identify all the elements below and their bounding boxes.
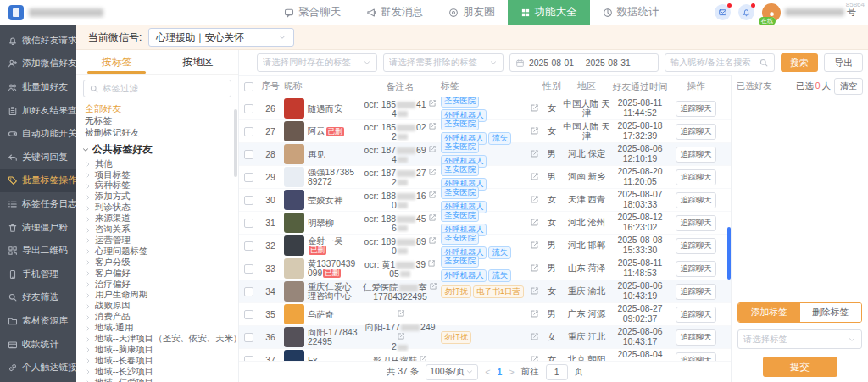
include-tags-select[interactable]: 请选择同时存在的标签 — [257, 53, 377, 72]
tree-child-14[interactable]: 消费产品 — [85, 312, 238, 323]
tag-chip[interactable]: 圣安医院 — [441, 232, 479, 245]
track-chat-button[interactable]: 追踪聊天 — [676, 238, 715, 254]
exclude-tags-select[interactable]: 请选择需要排除的标签 — [383, 53, 504, 72]
tag-chip[interactable]: 电子书1日营 — [473, 285, 524, 298]
sidebar-item-4[interactable]: 自动功能开关 — [0, 122, 76, 146]
add-tag-tab[interactable]: 添加标签 — [738, 303, 800, 322]
tag-chip[interactable]: 圣安医院 — [441, 141, 479, 153]
tree-child-13[interactable]: 战败原因 — [85, 301, 238, 312]
row-checkbox[interactable] — [244, 173, 253, 182]
tag-chip[interactable]: 勿打扰 — [441, 285, 471, 298]
row-checkbox[interactable] — [244, 310, 253, 319]
export-button[interactable]: 导出 — [824, 53, 863, 72]
nav-item-2[interactable]: 朋友圈 — [436, 0, 508, 25]
current-page[interactable]: 1 — [498, 368, 503, 377]
row-checkbox[interactable] — [244, 104, 253, 113]
edit-remark-icon[interactable] — [428, 237, 437, 246]
edit-tags-icon[interactable] — [530, 263, 539, 274]
track-chat-button[interactable]: 追踪聊天 — [676, 261, 715, 277]
sidebar-item-14[interactable]: 个人触达链接 — [0, 356, 76, 379]
edit-tags-icon[interactable] — [530, 172, 539, 183]
tree-child-0[interactable]: 其他 — [85, 159, 238, 170]
nav-item-0[interactable]: 聚合聊天 — [271, 0, 353, 25]
table-scrollbar[interactable] — [727, 227, 731, 280]
track-chat-button[interactable]: 追踪聊天 — [676, 307, 715, 323]
tree-child-12[interactable]: 用户生命周期 — [85, 290, 238, 301]
tree-child-1[interactable]: 项目标签 — [85, 170, 238, 181]
tree-child-19[interactable]: 地域--长沙项目 — [85, 367, 238, 378]
row-checkbox[interactable] — [244, 287, 253, 296]
tree-item-1[interactable]: 无标签 — [85, 114, 238, 126]
edit-remark-icon[interactable] — [428, 191, 437, 201]
delete-tag-tab[interactable]: 删除标签 — [800, 303, 862, 322]
edit-remark-icon[interactable] — [429, 283, 437, 292]
row-checkbox[interactable] — [244, 333, 253, 342]
edit-remark-icon[interactable] — [397, 333, 405, 342]
tree-scrollbar[interactable] — [234, 109, 237, 177]
tag-filter-input[interactable]: 标签过滤 — [83, 80, 231, 97]
edit-remark-icon[interactable] — [428, 123, 437, 132]
row-checkbox[interactable] — [244, 150, 253, 159]
nav-active-item-3[interactable]: 功能大全 — [508, 0, 590, 25]
edit-tags-icon[interactable] — [530, 195, 539, 206]
edit-remark-icon[interactable] — [428, 146, 437, 155]
edit-remark-icon[interactable] — [427, 260, 436, 269]
tree-child-15[interactable]: 地域-通用 — [85, 323, 238, 334]
tab-by-region[interactable]: 按地区 — [158, 50, 239, 74]
tree-child-2[interactable]: 病种标签 — [85, 180, 238, 191]
edit-tags-icon[interactable] — [530, 332, 539, 343]
tree-item-2[interactable]: 被删标记好友 — [85, 126, 238, 138]
sidebar-item-11[interactable]: 好友筛选 — [0, 286, 76, 310]
row-checkbox[interactable] — [244, 196, 253, 205]
page-size-select[interactable]: 100条/页 — [426, 364, 478, 380]
edit-tags-icon[interactable] — [530, 126, 539, 137]
sidebar-item-8[interactable]: 清理僵尸粉 — [0, 216, 76, 240]
tree-item-0[interactable]: 全部好友 — [85, 102, 238, 114]
sidebar-item-13[interactable]: 收款统计 — [0, 333, 76, 357]
edit-remark-icon[interactable] — [397, 310, 405, 319]
sidebar-item-12[interactable]: 素材资源库 — [0, 309, 76, 333]
edit-tags-icon[interactable] — [530, 103, 539, 114]
tag-chip[interactable]: 圣安医院 — [441, 255, 479, 268]
sidebar-item-9[interactable]: 导出二维码 — [0, 239, 76, 263]
tree-child-20[interactable]: 地域--仁爱项目 — [85, 378, 238, 382]
row-checkbox[interactable] — [244, 241, 253, 251]
tree-child-16[interactable]: 地域--天津项目（圣安、依安、天米） — [85, 334, 238, 345]
track-chat-button[interactable]: 追踪聊天 — [676, 329, 715, 346]
edit-tags-icon[interactable] — [530, 241, 539, 252]
select-all-checkbox[interactable] — [244, 82, 253, 91]
edit-tags-icon[interactable] — [530, 355, 539, 362]
tag-chip[interactable]: 圣安医院 — [441, 163, 479, 176]
goto-page-input[interactable]: 1 — [546, 364, 568, 380]
tree-child-17[interactable]: 地域--脑康项目 — [85, 345, 238, 356]
clear-selection-button[interactable]: 清空 — [834, 78, 863, 95]
track-chat-button[interactable]: 追踪聊天 — [676, 284, 715, 300]
track-chat-button[interactable]: 追踪聊天 — [676, 147, 715, 163]
edit-remark-icon[interactable] — [428, 214, 437, 224]
row-checkbox[interactable] — [244, 127, 253, 136]
sidebar-item-2[interactable]: 批量加好友 — [0, 75, 76, 99]
sidebar-item-10[interactable]: 手机管理 — [0, 263, 76, 286]
tag-chip[interactable]: 勿打扰 — [441, 331, 471, 344]
tag-chip[interactable]: 圣安医院 — [441, 97, 479, 108]
tree-child-3[interactable]: 添加方式 — [85, 191, 238, 202]
track-chat-button[interactable]: 追踪聊天 — [676, 101, 715, 117]
edit-tags-icon[interactable] — [530, 218, 539, 229]
current-wechat-select[interactable]: 心理援助｜安心关怀 — [148, 28, 294, 47]
tag-chip[interactable]: 圣安医院 — [441, 118, 479, 130]
tree-child-6[interactable]: 咨询关系 — [85, 224, 238, 235]
edit-remark-icon[interactable] — [428, 100, 437, 109]
prev-page-button[interactable]: < — [485, 367, 490, 377]
sidebar-item-0[interactable]: 微信好友请求 — [0, 29, 76, 53]
tag-chip[interactable]: 流失 — [488, 269, 511, 282]
track-chat-button[interactable]: 追踪聊天 — [676, 352, 715, 362]
tree-group-public-tags[interactable]: 公共标签好友 — [81, 143, 238, 157]
tag-chip[interactable]: 圣安医院 — [441, 186, 479, 199]
tree-child-9[interactable]: 客户分级 — [85, 257, 238, 269]
tree-child-11[interactable]: 治疗偏好 — [85, 280, 238, 291]
alerts-button[interactable] — [738, 4, 754, 20]
track-chat-button[interactable]: 追踪聊天 — [676, 124, 715, 140]
sidebar-item-6[interactable]: 批量标签操作 — [0, 169, 76, 193]
row-checkbox[interactable] — [244, 219, 253, 228]
sidebar-item-3[interactable]: 加好友结果查询 — [0, 99, 76, 123]
